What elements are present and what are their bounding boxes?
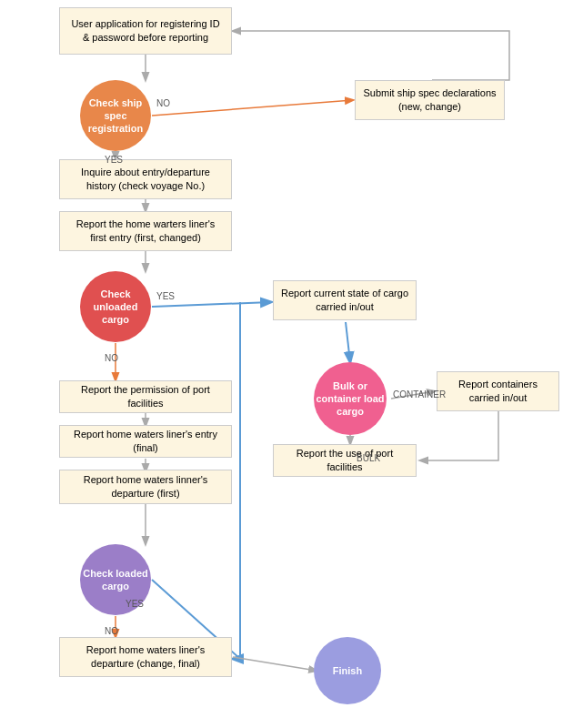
submit-ship-box: Submit ship spec declarations (new, chan… <box>355 80 505 120</box>
check-unloaded-circle: Check unloaded cargo <box>80 271 151 342</box>
inquire-box: Inquire about entry/departure history (c… <box>59 159 232 199</box>
svg-line-1 <box>152 100 353 116</box>
report-current-box: Report current state of cargo carried in… <box>273 280 417 320</box>
report-departure-final-box: Report home waters liner's departure (ch… <box>59 637 232 677</box>
bulk-container-circle: Bulk or container load cargo <box>314 362 387 435</box>
report-containers-box: Report containers carried in/out <box>437 371 559 411</box>
flowchart: User application for registering ID & pa… <box>0 0 573 728</box>
svg-line-5 <box>152 302 271 307</box>
yes-label-2: YES <box>156 291 175 301</box>
report-departure-first-box: Report home waters linner's departure (f… <box>59 470 232 504</box>
finish-circle: Finish <box>314 637 381 704</box>
no-label-2: NO <box>105 353 118 363</box>
report-entry-final-box: Report home waters liner's entry (final) <box>59 425 232 458</box>
yes-label-3: YES <box>126 599 144 609</box>
bulk-label: BULK <box>357 453 380 463</box>
user-app-box: User application for registering ID & pa… <box>59 7 232 55</box>
yes-label-1: YES <box>105 155 123 165</box>
container-label: CONTAINER <box>393 389 446 399</box>
report-permission-box: Report the permission of port facilities <box>59 380 232 413</box>
svg-line-10 <box>346 322 350 362</box>
no-label-1: NO <box>156 98 170 108</box>
no-label-3: NO <box>105 626 118 636</box>
svg-line-15 <box>233 657 317 671</box>
check-ship-circle: Check ship spec registration <box>80 80 151 151</box>
report-home-first-box: Report the home warters liner's first en… <box>59 211 232 251</box>
report-port-use-box: Report the use of port facilities <box>273 444 417 477</box>
